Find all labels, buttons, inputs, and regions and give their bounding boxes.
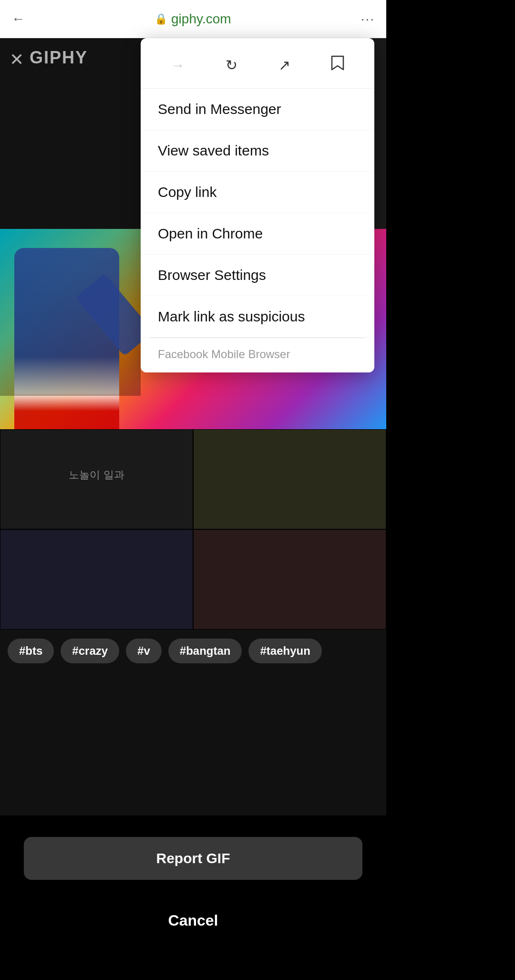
hashtag-bangtan[interactable]: #bangtan [168,639,242,663]
cancel-label: Cancel [168,912,218,929]
dim-overlay [0,38,141,396]
menu-item-open-chrome[interactable]: Open in Chrome [141,213,374,255]
hashtag-crazy[interactable]: #crazy [61,639,119,663]
share-icon[interactable]: ↗ [275,53,294,77]
cancel-button[interactable]: Cancel [0,899,386,942]
more-options-button[interactable]: ··· [361,11,375,27]
thumb-2 [193,429,386,529]
hashtag-bts[interactable]: #bts [8,639,54,663]
thumb-3 [0,529,193,629]
report-gif-button[interactable]: Report GIF [24,837,362,880]
lock-icon: 🔒 [154,13,167,25]
forward-icon[interactable]: → [167,53,189,77]
thumb-1: 노놀이 일과 [0,429,193,529]
menu-toolbar: → ↻ ↗ [141,38,374,89]
thumb-4 [193,529,386,629]
menu-item-browser-settings[interactable]: Browser Settings [141,255,374,296]
menu-item-mark-suspicious[interactable]: Mark link as suspicious [141,296,374,338]
bookmark-icon[interactable] [327,52,348,79]
refresh-icon[interactable]: ↻ [222,53,241,77]
hashtags-area: #bts #crazy #v #bangtan #taehyun [0,629,386,672]
report-gif-label: Report GIF [156,850,230,867]
menu-footer-label: Facebook Mobile Browser [141,338,374,372]
thumb-text-1: 노놀이 일과 [0,430,193,520]
hashtag-v[interactable]: #v [126,639,162,663]
thumbnails-area: 노놀이 일과 [0,429,386,629]
url-text: giphy.com [171,11,231,27]
menu-item-send-messenger[interactable]: Send in Messenger [141,89,374,130]
back-button[interactable]: ← [11,11,25,27]
hashtag-taehyun[interactable]: #taehyun [248,639,321,663]
browser-chrome: ← 🔒 giphy.com ··· [0,0,386,38]
url-bar: 🔒 giphy.com [154,11,231,27]
dropdown-menu: → ↻ ↗ Send in Messenger View saved items… [141,38,374,372]
menu-item-view-saved[interactable]: View saved items [141,130,374,172]
menu-item-copy-link[interactable]: Copy link [141,172,374,213]
bottom-area [0,672,386,815]
